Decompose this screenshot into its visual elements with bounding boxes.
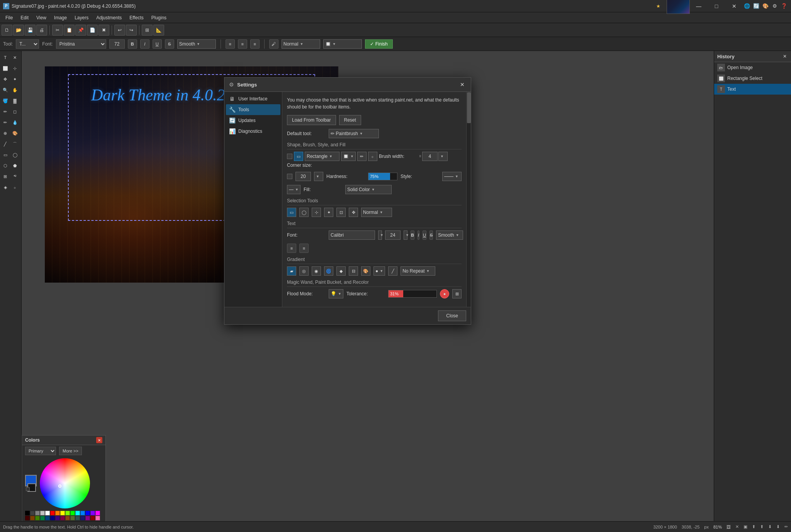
palette-color[interactable] [55, 511, 60, 515]
palette-color[interactable] [65, 516, 70, 520]
blend-mode-dropdown[interactable]: Normal ▼ [282, 39, 320, 49]
grad-color-dropdown[interactable]: ● ▼ [373, 266, 385, 276]
text-underline-btn[interactable]: U [423, 230, 426, 240]
align-left-button[interactable]: ≡ [226, 39, 235, 49]
align-right-button[interactable]: ≡ [250, 39, 260, 49]
tool-move-selection[interactable]: ✥ [1, 74, 10, 84]
tb-new[interactable]: 🗋 [2, 25, 12, 36]
document-thumbnail[interactable] [667, 0, 690, 14]
opacity-dropdown[interactable]: 🔲 ▼ [323, 39, 362, 49]
tb-clear[interactable]: ✖ [98, 25, 109, 36]
text-font-size-input[interactable] [385, 230, 401, 240]
tb-grid[interactable]: ⊞ [142, 25, 153, 36]
grad-alpha-btn[interactable]: ╱ [388, 266, 397, 276]
default-tool-dropdown[interactable]: ✏ Paintbrush ▼ [329, 129, 379, 138]
load-from-toolbar-button[interactable]: Load From Toolbar [287, 115, 336, 125]
menu-layers[interactable]: Layers [71, 14, 92, 22]
sel-magic-btn[interactable]: ✦ [324, 208, 333, 217]
bold-button[interactable]: B [128, 39, 137, 49]
shape-edit-btn[interactable]: ✏ [357, 152, 367, 161]
palette-color[interactable] [85, 511, 90, 515]
settings-nav-diagnostics[interactable]: 📊 Diagnostics [226, 126, 280, 137]
tool-clone[interactable]: ⊕ [1, 128, 10, 138]
palette-color[interactable] [35, 516, 40, 520]
fill-icon-dropdown[interactable]: — ▼ [287, 185, 300, 194]
font-selector[interactable]: Pristina [56, 39, 106, 49]
palette-color[interactable] [35, 511, 40, 515]
settings-close-button[interactable]: ✕ [458, 81, 466, 88]
tool-pan[interactable]: ✋ [10, 85, 19, 95]
sel-move-btn[interactable]: ✥ [349, 208, 358, 217]
tool-line[interactable]: ╱ [1, 139, 10, 149]
palette-color[interactable] [80, 516, 85, 520]
palette-color[interactable] [75, 516, 80, 520]
tool-rectangle[interactable]: ▭ [1, 150, 10, 160]
sel-crop-btn[interactable]: ⊡ [336, 208, 346, 217]
tb-open[interactable]: 📂 [13, 25, 24, 36]
tb-save[interactable]: 💾 [25, 25, 36, 36]
palette-color[interactable] [25, 516, 30, 520]
tool-rectangle-select[interactable]: ⬜ [1, 63, 10, 73]
minimize-button[interactable]: — [690, 0, 708, 12]
grad-conical-btn[interactable]: ◉ [312, 266, 321, 276]
tool-shape[interactable]: ⬟ [10, 161, 19, 171]
palette-color[interactable] [60, 511, 65, 515]
palette-color[interactable] [55, 516, 60, 520]
brush-width-step-dropdown[interactable]: ▼ [438, 152, 448, 161]
tb-print[interactable]: 🖨 [36, 25, 47, 36]
flood-mode-icon-dropdown[interactable]: 💡 ▼ [329, 289, 343, 298]
tool-textbox[interactable]: ⊞ [1, 171, 10, 181]
grad-radial-btn[interactable]: ◎ [299, 266, 309, 276]
shape-node-btn[interactable]: ⬦ [368, 152, 377, 161]
tool-selector[interactable]: T... [16, 39, 39, 49]
tool-pencil[interactable]: ✏ [1, 117, 10, 127]
tb-undo[interactable]: ↩ [114, 25, 125, 36]
grad-repeat-dropdown[interactable]: No Repeat ▼ [401, 266, 435, 276]
brush-width-input[interactable] [422, 152, 438, 161]
colors-close-button[interactable]: ✕ [96, 437, 102, 443]
text-render-button[interactable]: 🖋 [269, 39, 278, 49]
hardness-checkbox[interactable] [287, 174, 292, 179]
tool-ellipse[interactable]: ◯ [10, 150, 19, 160]
italic-button[interactable]: I [140, 39, 149, 49]
shape-opt-dropdown[interactable]: 🔲 ▼ [341, 152, 356, 161]
history-item-rectangle[interactable]: ⬜ Rectangle Select [714, 73, 791, 84]
reset-button[interactable]: Reset [339, 115, 361, 125]
palette-color[interactable] [95, 516, 100, 520]
settings-nav-updates[interactable]: 🔄 Updates [226, 115, 280, 126]
menu-adjustments[interactable]: Adjustments [92, 14, 126, 22]
sel-freehand-btn[interactable]: ⊹ [312, 208, 321, 217]
tool-gradient[interactable]: ▓ [10, 96, 19, 106]
tool-misc2[interactable]: ⬦ [10, 182, 19, 192]
color-mode-selector[interactable]: Primary Secondary [25, 447, 56, 455]
palette-color[interactable] [90, 511, 95, 515]
palette-color[interactable] [30, 511, 35, 515]
strikethrough-button[interactable]: S [165, 39, 174, 49]
menu-file[interactable]: File [2, 14, 17, 22]
tolerance-progress-bar[interactable]: 31% [388, 290, 437, 298]
text-bold-btn[interactable]: B [411, 230, 414, 240]
finish-button[interactable]: ✓ ✓ Finish Finish [365, 39, 393, 49]
grad-reflect-btn[interactable]: ⊟ [349, 266, 358, 276]
color-wheel[interactable] [40, 458, 90, 508]
menu-view[interactable]: View [32, 14, 50, 22]
tb-copy[interactable]: 📋 [64, 25, 75, 36]
tb-paste2[interactable]: 📄 [87, 25, 98, 36]
tolerance-extra-btn[interactable]: ⊞ [452, 289, 462, 298]
hardness-progress-bar[interactable]: 75% [368, 173, 397, 180]
palette-color[interactable] [30, 516, 35, 520]
palette-color[interactable] [90, 516, 95, 520]
antialias-dropdown[interactable]: Smooth ▼ [177, 39, 216, 49]
tool-paintbucket[interactable]: 🪣 [1, 96, 10, 106]
palette-color[interactable] [50, 511, 55, 515]
text-italic-btn[interactable]: I [418, 230, 419, 240]
palette-color[interactable] [50, 516, 55, 520]
text-font-dropdown-arrow[interactable]: ▼ [378, 230, 382, 240]
hardness-step-dropdown[interactable]: ▼ [314, 172, 323, 181]
close-button[interactable]: ✕ [725, 0, 743, 12]
style-dropdown[interactable]: —— ▼ [442, 172, 462, 181]
tool-colorpicker[interactable]: 💧 [10, 117, 19, 127]
text-strike-btn[interactable]: S [429, 230, 433, 240]
canvas-text-element[interactable]: Dark Theme in 4.0.20 ! [91, 86, 243, 104]
palette-color[interactable] [95, 511, 100, 515]
